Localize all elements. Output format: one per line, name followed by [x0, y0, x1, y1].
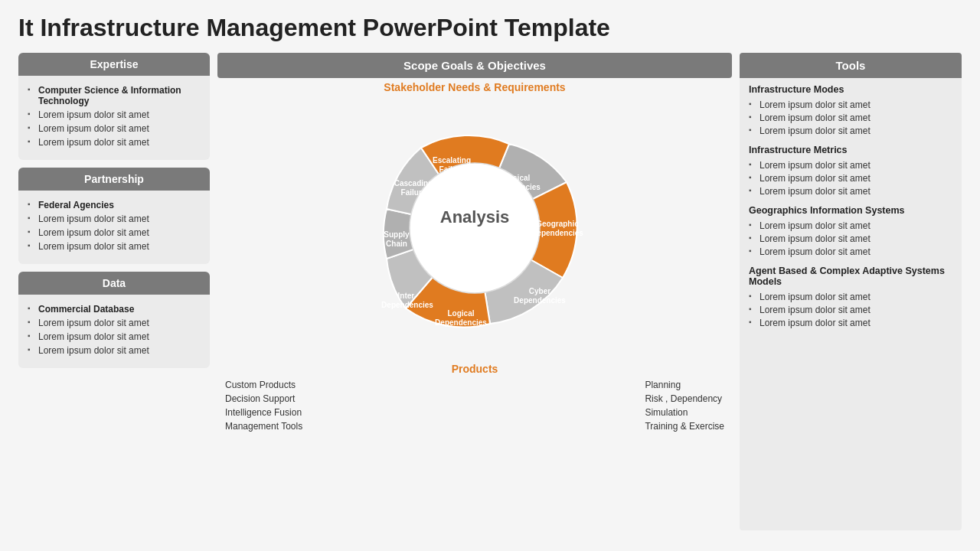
svg-text:Inter-: Inter- — [398, 292, 417, 300]
center-column: Scope Goals & Objectives Stakeholder Nee… — [217, 53, 732, 530]
stakeholder-label: Stakeholder Needs & Requirements — [384, 81, 565, 93]
svg-text:Failure: Failure — [439, 165, 465, 174]
product-item: Risk , Dependency — [645, 392, 724, 406]
card-expertise: ExpertiseComputer Science & Information … — [18, 53, 210, 160]
product-item: Simulation — [645, 406, 724, 419]
list-item: Lorem ipsum dolor sit amet — [749, 232, 952, 245]
tools-section-title: Infrastructure Modes — [749, 84, 952, 95]
list-item: Lorem ipsum dolor sit amet — [28, 344, 201, 357]
list-item: Lorem ipsum dolor sit amet — [749, 290, 952, 303]
main-layout: ExpertiseComputer Science & Information … — [18, 53, 962, 530]
card-data: DataCommercial DatabaseLorem ipsum dolor… — [18, 272, 210, 368]
list-item: Lorem ipsum dolor sit amet — [749, 124, 952, 137]
card-header-partnership: Partnership — [18, 168, 210, 191]
list-item: Federal Agencies — [28, 198, 201, 212]
list-item: Lorem ipsum dolor sit amet — [28, 122, 201, 135]
svg-text:Dependencies: Dependencies — [435, 318, 487, 327]
svg-text:Escalating: Escalating — [433, 156, 471, 165]
list-item: Lorem ipsum dolor sit amet — [749, 316, 952, 329]
left-column: ExpertiseComputer Science & Information … — [18, 53, 210, 530]
list-item: Lorem ipsum dolor sit amet — [28, 135, 201, 149]
product-item: Planning — [645, 378, 724, 392]
svg-text:Cascading: Cascading — [394, 179, 433, 187]
tools-section: Infrastructure MetricsLorem ipsum dolor … — [749, 145, 952, 197]
svg-text:Cyber: Cyber — [529, 287, 550, 295]
product-item: Intelligence Fusion — [225, 406, 302, 419]
list-item: Computer Science & Information Technolog… — [28, 83, 201, 108]
svg-text:Supply: Supply — [384, 230, 410, 239]
card-partnership: PartnershipFederal AgenciesLorem ipsum d… — [18, 168, 210, 264]
svg-text:Dependencies: Dependencies — [531, 229, 583, 237]
list-item: Lorem ipsum dolor sit amet — [28, 226, 201, 240]
tools-header: Tools — [740, 53, 962, 78]
list-item: Lorem ipsum dolor sit amet — [749, 245, 952, 258]
tools-section-title: Agent Based & Complex Adaptive Systems M… — [749, 266, 952, 287]
tools-section: Agent Based & Complex Adaptive Systems M… — [749, 266, 952, 329]
scope-header: Scope Goals & Objectives — [217, 53, 732, 78]
svg-text:Dependencies: Dependencies — [488, 183, 541, 191]
list-item: Lorem ipsum dolor sit amet — [28, 212, 201, 226]
svg-text:Geographic: Geographic — [536, 220, 579, 228]
tools-section: Infrastructure ModesLorem ipsum dolor si… — [749, 84, 952, 137]
list-item: Lorem ipsum dolor sit amet — [749, 219, 952, 232]
list-item: Lorem ipsum dolor sit amet — [749, 158, 952, 171]
svg-text:Analysis: Analysis — [440, 207, 510, 227]
list-item: Commercial Database — [28, 302, 201, 316]
products-grid: Custom ProductsDecision SupportIntellige… — [217, 378, 732, 433]
list-item: Lorem ipsum dolor sit amet — [749, 184, 952, 197]
products-label: Products — [217, 363, 732, 375]
svg-text:Dependencies: Dependencies — [381, 301, 433, 309]
svg-text:Chain: Chain — [386, 240, 407, 248]
card-header-expertise: Expertise — [18, 53, 210, 76]
list-item: Lorem ipsum dolor sit amet — [749, 111, 952, 124]
product-item: Training & Exercise — [645, 419, 724, 433]
card-header-data: Data — [18, 272, 210, 295]
products-right-col: PlanningRisk , DependencySimulationTrain… — [645, 378, 724, 433]
tools-body: Infrastructure ModesLorem ipsum dolor si… — [740, 78, 962, 530]
svg-text:Failure: Failure — [401, 188, 426, 197]
right-column: Tools Infrastructure ModesLorem ipsum do… — [740, 53, 962, 530]
list-item: Lorem ipsum dolor sit amet — [28, 240, 201, 253]
svg-text:Dependencies: Dependencies — [514, 296, 566, 305]
product-item: Decision Support — [225, 392, 302, 406]
svg-text:Physical: Physical — [499, 174, 531, 182]
card-body-partnership: Federal AgenciesLorem ipsum dolor sit am… — [18, 191, 210, 264]
products-left-col: Custom ProductsDecision SupportIntellige… — [225, 378, 302, 433]
svg-text:Logical: Logical — [447, 309, 474, 318]
list-item: Lorem ipsum dolor sit amet — [28, 108, 201, 122]
list-item: Lorem ipsum dolor sit amet — [28, 316, 201, 330]
list-item: Lorem ipsum dolor sit amet — [28, 330, 201, 344]
list-item: Lorem ipsum dolor sit amet — [749, 171, 952, 184]
product-item: Custom Products — [225, 378, 302, 392]
card-body-data: Commercial DatabaseLorem ipsum dolor sit… — [18, 295, 210, 368]
wheel-diagram: Analysis Physical Dependencies Geographi… — [345, 98, 605, 358]
page-title: It Infrastructure Management PowerPoint … — [18, 14, 962, 42]
products-section: Products Custom ProductsDecision Support… — [217, 363, 732, 433]
product-item: Management Tools — [225, 419, 302, 433]
list-item: Lorem ipsum dolor sit amet — [749, 303, 952, 316]
tools-section-title: Geographics Information Systems — [749, 205, 952, 216]
list-item: Lorem ipsum dolor sit amet — [749, 98, 952, 111]
card-body-expertise: Computer Science & Information Technolog… — [18, 76, 210, 160]
tools-section: Geographics Information SystemsLorem ips… — [749, 205, 952, 258]
tools-section-title: Infrastructure Metrics — [749, 145, 952, 155]
